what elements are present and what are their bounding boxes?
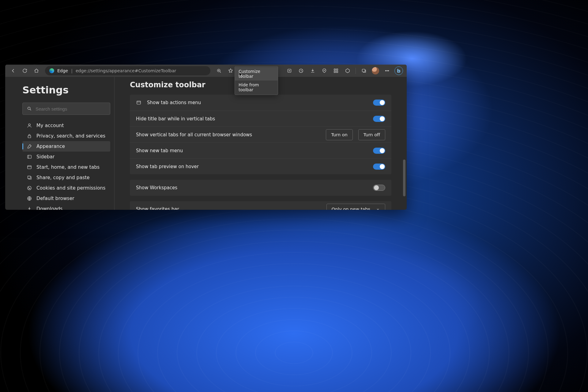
sidebar-item-sidebar[interactable]: Sidebar xyxy=(22,152,110,162)
row-tab-actions: Show tab actions menu xyxy=(130,95,391,111)
svg-rect-13 xyxy=(28,136,31,138)
row-vertical-tabs: Show vertical tabs for all current brows… xyxy=(130,126,391,142)
sidebar-item-cookies[interactable]: Cookies and site permissions xyxy=(22,183,110,193)
svg-rect-7 xyxy=(362,69,365,72)
address-url: edge://settings/appearance#CustomizeTool… xyxy=(76,68,176,73)
row-label: Show new tab menu xyxy=(136,148,183,153)
sidebar-item-appearance[interactable]: Appearance xyxy=(22,141,110,152)
toolbar-options-card: Show tab actions menu Hide title bar whi… xyxy=(130,95,391,174)
svg-point-19 xyxy=(30,188,30,189)
row-label: Show tab actions menu xyxy=(147,100,201,105)
share-icon xyxy=(27,175,32,180)
favorites-select-value: Only on new tabs xyxy=(332,207,370,210)
downloads-button[interactable] xyxy=(308,66,318,76)
browser-window: Edge | edge://settings/appearance#Custom… xyxy=(5,65,407,210)
back-button[interactable] xyxy=(8,66,18,76)
toolbar-divider xyxy=(356,68,356,74)
bing-chat-button[interactable]: b xyxy=(394,66,404,76)
main-scrollbar[interactable] xyxy=(403,160,405,196)
paintbrush-icon xyxy=(27,144,32,149)
row-workspaces: Show Workspaces xyxy=(130,180,391,196)
edge-logo-icon xyxy=(49,68,54,73)
search-icon xyxy=(27,106,32,111)
toggle-hide-title[interactable] xyxy=(373,116,385,122)
sidebar-item-my-account[interactable]: My account xyxy=(22,120,110,131)
search-settings-input[interactable] xyxy=(22,103,110,115)
person-icon xyxy=(27,123,32,128)
svg-point-9 xyxy=(387,70,387,71)
sidebar-icon xyxy=(27,154,32,160)
history-button[interactable] xyxy=(296,66,306,76)
settings-body: Settings My account Privacy, search, and… xyxy=(5,77,407,210)
toggle-tab-preview[interactable] xyxy=(373,164,385,170)
turn-off-button[interactable]: Turn off xyxy=(358,129,385,140)
row-label: Show tab preview on hover xyxy=(136,164,199,169)
profile-avatar[interactable] xyxy=(371,66,380,76)
chevron-down-icon xyxy=(376,207,380,210)
svg-rect-22 xyxy=(137,101,141,104)
search-settings-field[interactable] xyxy=(36,106,106,111)
sidebar-item-label: Downloads xyxy=(36,206,62,210)
home-button[interactable] xyxy=(32,66,41,76)
context-menu: Customize toolbar Hide from toolbar xyxy=(235,66,278,95)
favorites-card: Show favorites bar Only on new tabs xyxy=(130,201,391,210)
favorite-star-button[interactable] xyxy=(226,66,236,76)
svg-point-10 xyxy=(388,70,389,71)
performance-button[interactable] xyxy=(319,66,329,76)
apps-button[interactable] xyxy=(331,66,341,76)
settings-sidebar: Settings My account Privacy, search, and… xyxy=(5,77,115,210)
share-button[interactable] xyxy=(359,66,369,76)
row-label: Show vertical tabs for all current brows… xyxy=(136,132,252,138)
favorites-select[interactable]: Only on new tabs xyxy=(326,204,385,210)
sidebar-item-start-home[interactable]: Start, home, and new tabs xyxy=(22,162,110,172)
sidebar-item-label: Start, home, and new tabs xyxy=(36,164,100,170)
sidebar-item-default-browser[interactable]: Default browser xyxy=(22,193,110,204)
svg-point-18 xyxy=(28,187,29,188)
sidebar-item-label: Default browser xyxy=(36,196,74,201)
settings-title: Settings xyxy=(22,84,110,96)
address-scheme-label: Edge xyxy=(57,68,68,73)
shopping-button[interactable] xyxy=(343,66,352,76)
globe-icon xyxy=(27,196,32,201)
svg-point-11 xyxy=(28,107,30,110)
toggle-workspaces[interactable] xyxy=(373,185,385,191)
sidebar-item-label: Cookies and site permissions xyxy=(36,185,105,191)
window-icon xyxy=(27,164,32,170)
svg-rect-6 xyxy=(337,71,338,73)
row-label: Show favorites bar xyxy=(136,206,179,210)
sidebar-item-downloads[interactable]: Downloads xyxy=(22,204,110,210)
svg-point-17 xyxy=(28,186,31,190)
row-favorites: Show favorites bar Only on new tabs xyxy=(130,201,391,210)
sidebar-item-share-copy[interactable]: Share, copy and paste xyxy=(22,172,110,183)
turn-on-button[interactable]: Turn on xyxy=(326,129,352,140)
settings-main: Customize toolbar Show tab actions menu … xyxy=(115,77,407,210)
svg-rect-15 xyxy=(28,166,31,169)
row-tab-preview: Show tab preview on hover xyxy=(130,158,391,174)
row-label: Hide title bar while in vertical tabs xyxy=(136,116,215,122)
ctx-customize-toolbar[interactable]: Customize toolbar xyxy=(235,67,278,81)
svg-point-20 xyxy=(29,189,30,189)
browser-toolbar: Edge | edge://settings/appearance#Custom… xyxy=(5,65,407,77)
zoom-button[interactable] xyxy=(214,66,224,76)
sidebar-item-label: Privacy, search, and services xyxy=(36,133,105,139)
svg-rect-4 xyxy=(337,69,338,70)
sidebar-item-label: Appearance xyxy=(36,144,65,149)
row-new-tab-menu: Show new tab menu xyxy=(130,142,391,158)
sidebar-item-label: Sidebar xyxy=(36,154,55,160)
toggle-tab-actions[interactable] xyxy=(373,100,385,106)
menu-button[interactable] xyxy=(382,66,392,76)
toggle-new-tab-menu[interactable] xyxy=(373,148,385,154)
ctx-hide-from-toolbar[interactable]: Hide from toolbar xyxy=(235,81,278,94)
svg-rect-5 xyxy=(334,71,336,73)
sidebar-item-label: Share, copy and paste xyxy=(36,175,90,180)
sidebar-item-label: My account xyxy=(36,123,64,128)
collections-button[interactable] xyxy=(285,66,294,76)
sidebar-item-privacy[interactable]: Privacy, search, and services xyxy=(22,131,110,141)
workspaces-card: Show Workspaces xyxy=(130,180,391,196)
tab-icon xyxy=(136,100,141,105)
refresh-button[interactable] xyxy=(20,66,30,76)
svg-point-12 xyxy=(28,124,30,126)
address-bar[interactable]: Edge | edge://settings/appearance#Custom… xyxy=(45,66,210,75)
cookie-icon xyxy=(27,185,32,191)
row-label: Show Workspaces xyxy=(136,185,177,190)
